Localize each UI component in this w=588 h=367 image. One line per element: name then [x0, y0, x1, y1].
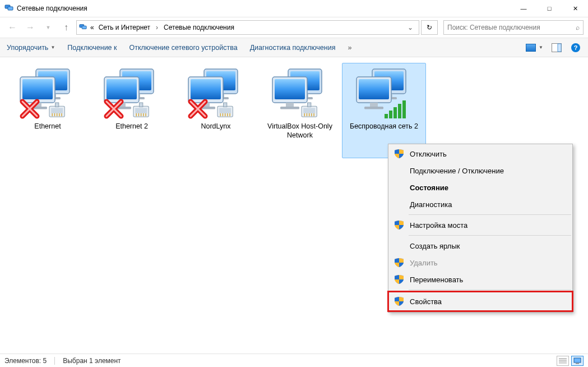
context-menu-item[interactable]: Переименовать — [388, 271, 572, 288]
connect-to-button[interactable]: Подключение к — [67, 44, 117, 52]
recent-locations-button[interactable]: ▼ — [40, 20, 56, 35]
command-bar: Упорядочить ▼ Подключение к Отключение с… — [0, 38, 588, 57]
window-controls: — □ ✕ — [511, 0, 588, 17]
network-icon — [353, 67, 415, 120]
menu-separator — [409, 290, 571, 290]
search-input[interactable] — [447, 24, 573, 31]
context-menu-item: Удалить — [388, 254, 572, 271]
menu-item-label: Переименовать — [410, 276, 572, 284]
breadcrumb-segment[interactable]: Сеть и Интернет — [98, 24, 151, 31]
shield-icon — [394, 297, 404, 306]
context-menu-item[interactable]: Настройка моста — [388, 217, 572, 233]
context-menu-item[interactable]: Состояние — [388, 179, 572, 196]
breadcrumb-segment[interactable]: Сетевые подключения — [163, 24, 235, 31]
address-dropdown-button[interactable]: ⌄ — [404, 24, 416, 31]
breadcrumb-prefix[interactable]: « — [89, 24, 95, 31]
context-menu-item[interactable]: Создать ярлык — [388, 237, 572, 254]
menu-separator — [409, 235, 571, 236]
menu-item-label: Создать ярлык — [410, 242, 572, 250]
menu-item-label: Настройка моста — [410, 221, 572, 230]
back-button[interactable]: ← — [4, 20, 20, 35]
item-label: Беспроводная сеть 2 — [350, 122, 418, 131]
item-label: Ethernet 2 — [115, 122, 148, 131]
context-menu-item[interactable]: Свойства — [388, 292, 572, 311]
disable-device-button[interactable]: Отключение сетевого устройства — [129, 44, 238, 52]
separator — [54, 357, 55, 365]
app-icon — [4, 3, 13, 14]
chevron-down-icon: ▼ — [539, 45, 543, 50]
svg-rect-1 — [8, 7, 13, 10]
search-box[interactable]: ⌕ — [443, 20, 584, 35]
status-selection: Выбран 1 элемент — [63, 357, 121, 365]
preview-pane-button[interactable] — [551, 42, 562, 53]
item-label: NordLynx — [201, 122, 230, 131]
titlebar: Сетевые подключения — □ ✕ — [0, 0, 588, 17]
help-button[interactable]: ? — [570, 42, 581, 53]
forward-button[interactable]: → — [22, 20, 38, 35]
folder-icon — [79, 23, 87, 33]
details-view-button[interactable] — [557, 356, 569, 366]
network-icon — [269, 67, 331, 120]
shield-icon — [394, 149, 404, 158]
menu-separator — [409, 214, 571, 215]
diagnose-button[interactable]: Диагностика подключения — [250, 44, 336, 52]
shield-icon — [394, 275, 404, 284]
menu-item-label: Состояние — [410, 184, 572, 192]
network-connection-item[interactable]: Ethernet — [6, 63, 90, 158]
refresh-button[interactable]: ↻ — [421, 20, 438, 35]
shield-icon — [394, 258, 404, 267]
maximize-button[interactable]: □ — [536, 0, 562, 17]
chevron-right-icon[interactable]: › — [154, 24, 160, 31]
close-button[interactable]: ✕ — [562, 0, 588, 17]
network-connection-item[interactable]: NordLynx — [174, 63, 258, 158]
svg-rect-5 — [558, 44, 561, 52]
context-menu-item[interactable]: Подключение / Отключение — [388, 162, 572, 179]
overflow-button[interactable]: » — [348, 44, 351, 52]
status-bar: Элементов: 5 Выбран 1 элемент — [0, 354, 588, 367]
status-count: Элементов: 5 — [4, 357, 47, 365]
menu-item-label: Диагностика — [410, 200, 572, 209]
shield-icon — [394, 221, 404, 230]
context-menu: Отключить Подключение / Отключение Состо… — [388, 144, 573, 313]
chevron-down-icon: ▼ — [50, 45, 55, 50]
menu-item-label: Свойства — [410, 297, 572, 306]
svg-rect-11 — [576, 363, 579, 364]
large-icons-view-button[interactable] — [571, 356, 584, 366]
item-label: Ethernet — [34, 122, 61, 131]
organize-menu[interactable]: Упорядочить ▼ — [7, 44, 55, 52]
window-title: Сетевые подключения — [17, 4, 87, 12]
address-bar[interactable]: « Сеть и Интернет › Сетевые подключения … — [76, 20, 419, 35]
address-bar-row: ← → ▼ ↑ « Сеть и Интернет › Сетевые подк… — [0, 17, 588, 38]
search-icon: ⌕ — [576, 24, 580, 31]
menu-item-label: Удалить — [410, 259, 572, 267]
network-icon — [185, 67, 247, 120]
minimize-button[interactable]: — — [511, 0, 536, 17]
organize-label: Упорядочить — [7, 44, 48, 52]
view-button[interactable] — [525, 42, 536, 53]
context-menu-item[interactable]: Отключить — [388, 145, 572, 162]
network-connection-item[interactable]: Ethernet 2 — [90, 63, 174, 158]
svg-rect-10 — [574, 358, 581, 363]
item-label: VirtualBox Host-Only Network — [263, 122, 336, 140]
menu-item-label: Подключение / Отключение — [410, 167, 572, 175]
menu-item-label: Отключить — [410, 150, 572, 158]
svg-rect-3 — [82, 26, 86, 29]
network-icon — [17, 67, 78, 120]
context-menu-item[interactable]: Диагностика — [388, 196, 572, 213]
up-button[interactable]: ↑ — [58, 20, 74, 35]
network-connection-item[interactable]: VirtualBox Host-Only Network — [258, 63, 342, 158]
network-icon — [101, 67, 163, 120]
